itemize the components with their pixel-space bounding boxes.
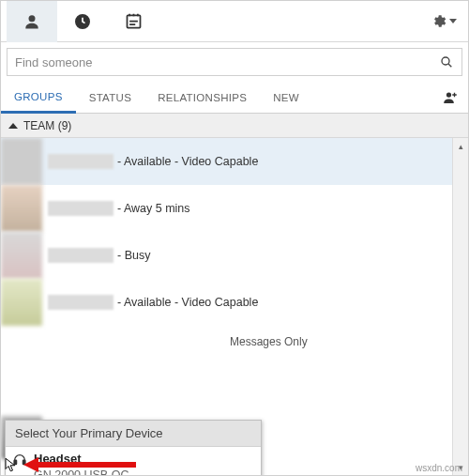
contact-name-redacted xyxy=(48,295,113,310)
contact-name-redacted xyxy=(48,201,113,216)
popup-title: Select Your Primary Device xyxy=(6,421,261,447)
search-input[interactable] xyxy=(15,55,439,69)
group-label: TEAM (9) xyxy=(23,119,71,132)
add-person-icon xyxy=(442,89,459,106)
gear-icon xyxy=(431,13,447,29)
tab-new[interactable]: NEW xyxy=(260,82,312,114)
tab-groups[interactable]: GROUPS xyxy=(1,82,76,114)
contact-row[interactable]: - Away 5 mins xyxy=(1,185,452,232)
watermark: wsxdn.com xyxy=(416,463,462,473)
svg-point-0 xyxy=(29,15,36,22)
contacts-list: - Available - Video Capable - Away 5 min… xyxy=(1,138,468,475)
scroll-up-button[interactable]: ▴ xyxy=(453,138,468,154)
avatar xyxy=(1,279,42,326)
avatar xyxy=(1,232,42,279)
calendar-tab-button[interactable] xyxy=(108,1,159,42)
tab-status[interactable]: STATUS xyxy=(76,82,144,114)
search-icon[interactable] xyxy=(439,54,454,69)
add-contact-button[interactable] xyxy=(440,87,461,108)
annotation-arrow xyxy=(23,458,136,471)
settings-button[interactable] xyxy=(431,13,457,29)
svg-point-3 xyxy=(442,57,449,65)
contact-row[interactable]: - Available - Video Capable xyxy=(1,138,452,185)
scroll-track[interactable] xyxy=(453,154,468,459)
person-icon xyxy=(23,12,41,31)
chevron-down-icon xyxy=(449,19,457,23)
avatar xyxy=(1,138,42,185)
top-toolbar xyxy=(1,1,468,42)
contact-row[interactable]: - Busy xyxy=(1,232,452,279)
group-header-team[interactable]: TEAM (9) xyxy=(1,114,468,138)
history-tab-button[interactable] xyxy=(57,1,108,42)
contact-name-redacted xyxy=(48,248,113,263)
contact-status: Messages Only xyxy=(230,335,352,348)
search-bar xyxy=(7,48,462,76)
filter-tabs: GROUPS STATUS RELATIONSHIPS NEW xyxy=(1,82,468,114)
contact-status: - Available - Video Capable xyxy=(117,296,258,309)
clock-icon xyxy=(73,12,92,31)
vertical-scrollbar[interactable]: ▴ ▾ xyxy=(452,138,468,475)
svg-point-4 xyxy=(446,92,451,97)
contact-name-redacted xyxy=(48,154,113,169)
collapse-triangle-icon xyxy=(8,123,18,129)
mouse-cursor-icon xyxy=(3,456,20,473)
contact-status: - Away 5 mins xyxy=(117,202,190,215)
contact-row[interactable]: - Available - Video Capable xyxy=(1,279,452,326)
tab-relationships[interactable]: RELATIONSHIPS xyxy=(144,82,260,114)
avatar xyxy=(1,185,42,232)
contact-status: - Available - Video Capable xyxy=(117,155,258,168)
contact-status: - Busy xyxy=(117,249,150,262)
calendar-notes-icon xyxy=(124,11,144,31)
contacts-tab-button[interactable] xyxy=(7,1,57,42)
